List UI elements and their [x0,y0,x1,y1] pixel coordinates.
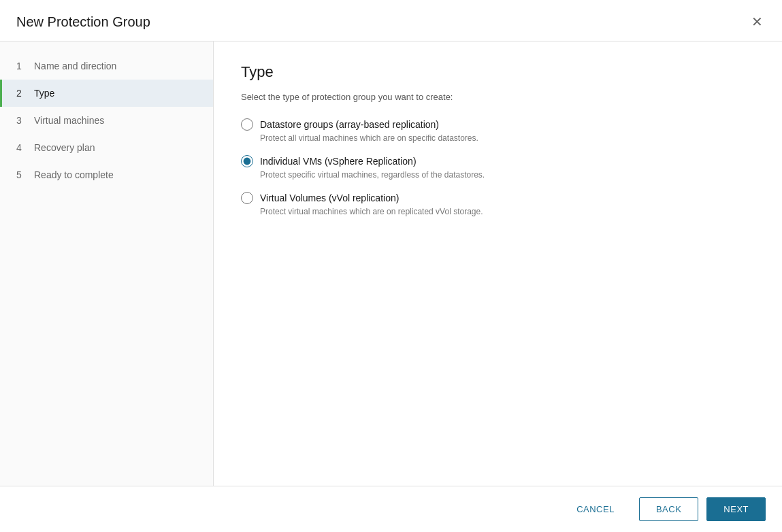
sidebar-step-number-5: 5 [16,169,27,180]
dialog-footer: CANCEL BACK NEXT [0,486,782,532]
radio-input-vvol[interactable] [241,192,253,204]
back-button[interactable]: BACK [639,497,698,521]
radio-option-individual: Individual VMs (vSphere Replication) Pro… [241,155,755,180]
dialog-header: New Protection Group ✕ [0,0,782,41]
next-button[interactable]: NEXT [706,497,766,521]
sidebar-item-label-3: Virtual machines [34,115,104,126]
radio-label-text-datastore: Datastore groups (array-based replicatio… [260,119,439,130]
dialog-title: New Protection Group [16,14,150,30]
sidebar-item-recovery-plan[interactable]: 4 Recovery plan [0,134,213,161]
radio-label-vvol[interactable]: Virtual Volumes (vVol replication) [241,192,755,204]
radio-input-individual[interactable] [241,155,253,167]
radio-desc-datastore: Protect all virtual machines which are o… [260,133,755,143]
section-title: Type [241,63,755,81]
close-button[interactable]: ✕ [749,12,766,31]
sidebar-item-label-4: Recovery plan [34,142,95,153]
radio-label-text-vvol: Virtual Volumes (vVol replication) [260,193,399,203]
sidebar-item-label-5: Ready to complete [34,169,114,180]
sidebar-item-virtual-machines[interactable]: 3 Virtual machines [0,107,213,134]
section-subtitle: Select the type of protection group you … [241,92,755,102]
radio-label-individual[interactable]: Individual VMs (vSphere Replication) [241,155,755,167]
radio-option-vvol: Virtual Volumes (vVol replication) Prote… [241,192,755,216]
sidebar-item-name-direction[interactable]: 1 Name and direction [0,52,213,80]
radio-desc-vvol: Protect virtual machines which are on re… [260,207,755,216]
sidebar-item-label-1: Name and direction [34,61,116,71]
cancel-button[interactable]: CANCEL [560,498,631,520]
main-content: Type Select the type of protection group… [214,41,782,486]
radio-option-datastore: Datastore groups (array-based replicatio… [241,118,755,143]
sidebar-item-type[interactable]: 2 Type [0,80,213,107]
sidebar-step-number-2: 2 [16,88,27,99]
sidebar-step-number-3: 3 [16,115,27,126]
dialog-body: 1 Name and direction 2 Type 3 Virtual ma… [0,41,782,486]
new-protection-group-dialog: New Protection Group ✕ 1 Name and direct… [0,0,782,532]
sidebar-step-number-1: 1 [16,61,27,71]
sidebar-item-label-2: Type [34,88,54,99]
radio-label-text-individual: Individual VMs (vSphere Replication) [260,156,417,167]
radio-label-datastore[interactable]: Datastore groups (array-based replicatio… [241,118,755,131]
radio-input-datastore[interactable] [241,118,253,131]
sidebar-item-ready-to-complete[interactable]: 5 Ready to complete [0,161,213,188]
type-radio-group: Datastore groups (array-based replicatio… [241,118,755,229]
radio-desc-individual: Protect specific virtual machines, regar… [260,170,755,180]
sidebar-step-number-4: 4 [16,142,27,153]
wizard-sidebar: 1 Name and direction 2 Type 3 Virtual ma… [0,41,214,486]
close-icon: ✕ [751,15,763,29]
